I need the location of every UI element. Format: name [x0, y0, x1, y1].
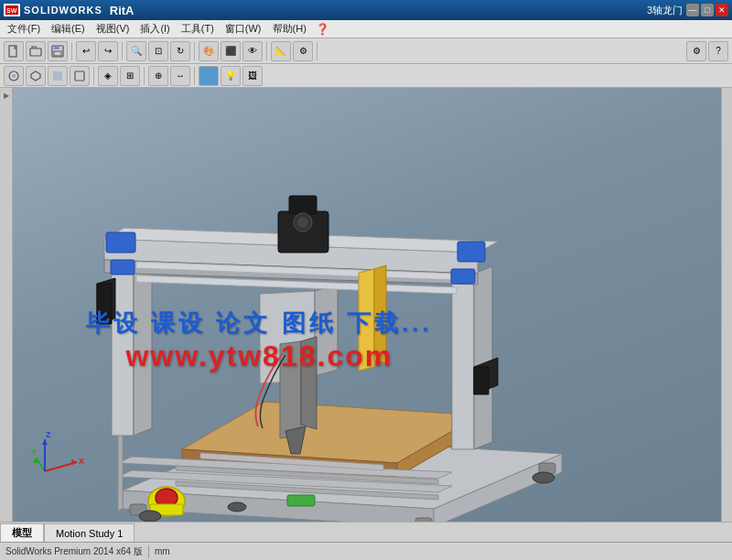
view-toolbar: ◈ ⊞ ⊕ ↔ 💡 🖼: [0, 64, 732, 88]
svg-rect-18: [415, 518, 432, 522]
sw-logo-icon: SW: [4, 4, 20, 16]
main-area: ▶: [0, 88, 732, 522]
light-button[interactable]: 💡: [221, 66, 241, 86]
svg-marker-30: [452, 274, 474, 449]
svg-marker-41: [280, 341, 301, 438]
right-panel-handle[interactable]: [721, 88, 732, 522]
select-filter-button[interactable]: ◈: [98, 66, 118, 86]
svg-rect-10: [53, 71, 62, 81]
svg-marker-74: [42, 439, 48, 445]
svg-marker-49: [374, 265, 386, 363]
menu-view[interactable]: 视图(V): [91, 20, 135, 38]
menu-edit[interactable]: 编辑(E): [46, 20, 91, 38]
rotate-button[interactable]: ↻: [170, 41, 190, 61]
hide-show-button[interactable]: 👁: [242, 41, 263, 61]
window-controls: — □ ✕: [686, 4, 728, 16]
menu-window[interactable]: 窗口(W): [220, 20, 267, 38]
shading-button[interactable]: [48, 66, 68, 86]
svg-point-66: [228, 502, 246, 512]
separator5: [317, 42, 318, 60]
svg-line-70: [36, 458, 45, 471]
svg-marker-40: [315, 285, 338, 376]
close-button[interactable]: ✕: [716, 4, 728, 16]
menu-tools[interactable]: 工具(T): [176, 20, 220, 38]
svg-rect-59: [287, 495, 315, 506]
zoom-in-button[interactable]: 🔍: [126, 41, 146, 61]
redo-button[interactable]: ↪: [98, 41, 118, 61]
separator2: [122, 42, 123, 60]
svg-rect-47: [458, 242, 485, 262]
save-button[interactable]: [48, 41, 68, 61]
svg-marker-25: [118, 434, 123, 511]
status-bar: SolidWorks Premium 2014 x64 版 mm: [0, 542, 732, 560]
right-toolbar: ⚙ ?: [686, 41, 728, 61]
svg-rect-53: [451, 269, 475, 284]
svg-rect-6: [54, 51, 61, 56]
menu-file[interactable]: 文件(F): [2, 20, 46, 38]
main-toolbar: ↩ ↪ 🔍 ⊡ ↻ 🎨 ⬛ 👁 📐 ⚙ ⚙ ?: [0, 38, 732, 64]
cnc-machine-model: [31, 124, 721, 522]
svg-rect-52: [111, 260, 135, 275]
svg-rect-11: [75, 71, 84, 81]
status-divider: [148, 545, 149, 558]
title-bar: SW SOLIDWORKS RitA 3轴龙门 — □ ✕: [0, 0, 732, 20]
svg-marker-51: [97, 284, 112, 324]
sep-v3: [194, 67, 195, 85]
select-all-button[interactable]: ⊞: [120, 66, 140, 86]
svg-rect-5: [54, 46, 59, 49]
svg-point-12: [204, 71, 213, 81]
svg-marker-9: [31, 71, 40, 81]
view-iso-button[interactable]: [26, 66, 46, 86]
status-text: SolidWorks Premium 2014 x64 版: [5, 545, 143, 558]
color-button[interactable]: [199, 66, 219, 86]
3d-viewport[interactable]: 毕设 课设 论文 图纸 下载... www.ytw818.com X Y Z: [13, 88, 721, 522]
svg-marker-68: [71, 459, 77, 465]
tab-motion-study[interactable]: Motion Study 1: [44, 523, 135, 542]
help-toolbar-button[interactable]: ?: [708, 41, 728, 61]
open-button[interactable]: [26, 41, 46, 61]
background-button[interactable]: 🖼: [242, 66, 263, 86]
sep-v1: [93, 67, 94, 85]
bottom-tabs: 模型 Motion Study 1: [0, 522, 732, 542]
undo-button[interactable]: ↩: [76, 41, 96, 61]
svg-marker-31: [474, 266, 492, 449]
app-logo: SW SOLIDWORKS: [4, 4, 102, 16]
wireframe-button[interactable]: [70, 66, 90, 86]
maximize-button[interactable]: □: [701, 4, 714, 16]
svg-marker-42: [301, 337, 317, 429]
zoom-fit-button[interactable]: ⊡: [148, 41, 168, 61]
svg-point-38: [297, 217, 308, 228]
svg-point-65: [533, 472, 554, 483]
axes-indicator: X Y Z: [31, 430, 86, 485]
dimension-button[interactable]: ↔: [170, 66, 190, 86]
svg-rect-3: [30, 48, 41, 56]
status-units: mm: [155, 546, 170, 556]
render-button[interactable]: 🎨: [199, 41, 219, 61]
svg-text:X: X: [79, 457, 84, 466]
menu-bar: 文件(F) 编辑(E) 视图(V) 插入(I) 工具(T) 窗口(W) 帮助(H…: [0, 20, 732, 38]
menu-insert[interactable]: 插入(I): [135, 20, 175, 38]
svg-text:Y: Y: [31, 447, 37, 457]
svg-text:Z: Z: [46, 430, 51, 439]
svg-point-8: [12, 74, 16, 78]
menu-help[interactable]: 帮助(H): [267, 20, 312, 38]
rita-label: RitA: [110, 4, 135, 17]
tab-model[interactable]: 模型: [0, 523, 44, 542]
svg-text:SW: SW: [6, 7, 17, 14]
help-icon[interactable]: ❓: [316, 23, 329, 36]
quick-snap-button[interactable]: ⊕: [148, 66, 168, 86]
minimize-button[interactable]: —: [686, 4, 699, 16]
separator1: [71, 42, 72, 60]
svg-rect-46: [106, 232, 135, 253]
mate-button[interactable]: ⚙: [293, 41, 313, 61]
new-button[interactable]: [4, 41, 24, 61]
options-button[interactable]: ⚙: [686, 41, 706, 61]
svg-rect-36: [289, 196, 317, 214]
section-button[interactable]: ⬛: [221, 41, 241, 61]
svg-marker-55: [474, 367, 489, 394]
svg-marker-48: [359, 269, 374, 371]
axis3-label: 3轴龙门: [647, 4, 683, 17]
sidebar-handle[interactable]: ▶: [2, 92, 10, 100]
measure-button[interactable]: 📐: [271, 41, 291, 61]
view-front-button[interactable]: [4, 66, 24, 86]
